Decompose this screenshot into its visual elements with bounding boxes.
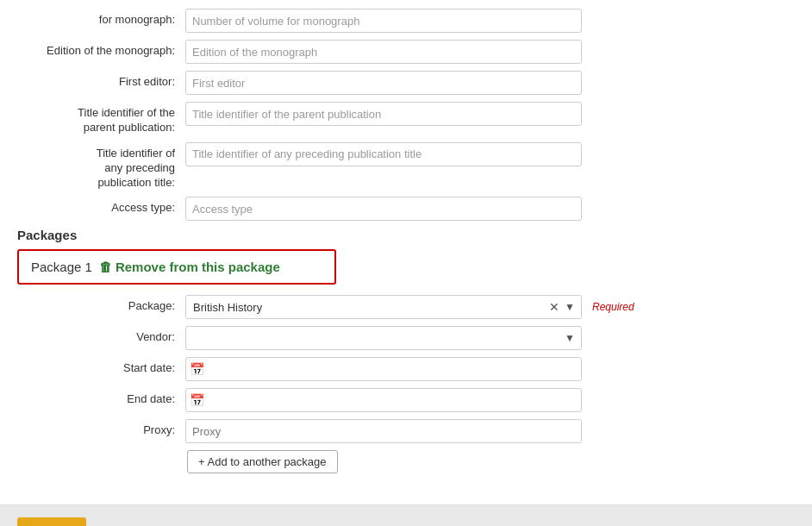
edition-row: Edition of the monograph: [17, 40, 795, 64]
access-type-input-wrapper [185, 197, 582, 221]
package-select-value: British History [190, 301, 547, 314]
package-field-label: Package: [17, 295, 185, 314]
package-field-row: Package: British History ✕ ▼ Required [17, 295, 795, 319]
first-editor-label: First editor: [17, 71, 185, 90]
vendor-row: Vendor: ▼ [17, 326, 795, 350]
vendor-field-wrapper: ▼ [185, 326, 582, 350]
end-date-row: End date: 📅 [17, 388, 795, 412]
proxy-label: Proxy: [17, 419, 185, 438]
package-clear-button[interactable]: ✕ [547, 300, 562, 314]
preceding-pub-label: Title identifier ofany precedingpublicat… [17, 142, 185, 191]
submit-button[interactable]: Submit [17, 517, 86, 526]
volume-input-wrapper [185, 9, 582, 33]
package-field-wrapper: British History ✕ ▼ Required [185, 295, 634, 319]
first-editor-row: First editor: [17, 71, 795, 95]
package-1-title: Package 1 🗑 Remove from this package [31, 260, 322, 274]
edition-input[interactable] [185, 40, 582, 64]
parent-pub-input[interactable] [185, 102, 582, 126]
edition-input-wrapper [185, 40, 582, 64]
vendor-label: Vendor: [17, 326, 185, 345]
trash-icon: 🗑 [99, 260, 112, 274]
preceding-pub-input-wrapper [185, 142, 582, 166]
start-date-row: Start date: 📅 [17, 357, 795, 381]
start-date-label: Start date: [17, 357, 185, 376]
page-container: for monograph: Edition of the monograph:… [0, 0, 812, 526]
parent-pub-label: Title identifier of theparent publicatio… [17, 102, 185, 135]
end-date-field-wrapper: 📅 [185, 388, 582, 412]
start-date-calendar-icon[interactable]: 📅 [190, 362, 204, 376]
start-date-field-wrapper: 📅 [185, 357, 582, 381]
required-badge: Required [592, 301, 634, 313]
proxy-input[interactable] [185, 419, 582, 443]
package-1-box: Package 1 🗑 Remove from this package [17, 249, 336, 285]
form-area: for monograph: Edition of the monograph:… [0, 0, 812, 504]
remove-from-package-label: Remove from this package [116, 260, 280, 274]
volume-label: for monograph: [17, 9, 185, 28]
remove-from-package-button[interactable]: 🗑 Remove from this package [99, 260, 280, 274]
edition-label: Edition of the monograph: [17, 40, 185, 59]
add-to-another-package-button[interactable]: + Add to another package [187, 450, 338, 473]
volume-row: for monograph: [17, 9, 795, 33]
proxy-field-wrapper [185, 419, 582, 443]
proxy-row: Proxy: [17, 419, 795, 443]
volume-input[interactable] [185, 9, 582, 33]
start-date-input[interactable]: 📅 [185, 357, 582, 381]
access-type-input[interactable] [185, 197, 582, 221]
preceding-pub-row: Title identifier ofany precedingpublicat… [17, 142, 795, 191]
end-date-calendar-icon[interactable]: 📅 [190, 393, 204, 407]
first-editor-input[interactable] [185, 71, 582, 95]
access-type-label: Access type: [17, 197, 185, 216]
footer-actions: Submit Cancel [0, 504, 812, 526]
vendor-dropdown-button[interactable]: ▼ [562, 332, 578, 344]
end-date-input[interactable]: 📅 [185, 388, 582, 412]
package-dropdown-button[interactable]: ▼ [562, 301, 578, 313]
packages-heading: Packages [17, 228, 795, 242]
first-editor-input-wrapper [185, 71, 582, 95]
package-1-name: Package 1 [31, 260, 92, 274]
end-date-label: End date: [17, 388, 185, 407]
vendor-select[interactable]: ▼ [185, 326, 582, 350]
parent-pub-input-wrapper [185, 102, 582, 126]
access-type-row: Access type: [17, 197, 795, 221]
package-select[interactable]: British History ✕ ▼ [185, 295, 582, 319]
parent-pub-row: Title identifier of theparent publicatio… [17, 102, 795, 135]
preceding-pub-input[interactable] [185, 142, 582, 166]
